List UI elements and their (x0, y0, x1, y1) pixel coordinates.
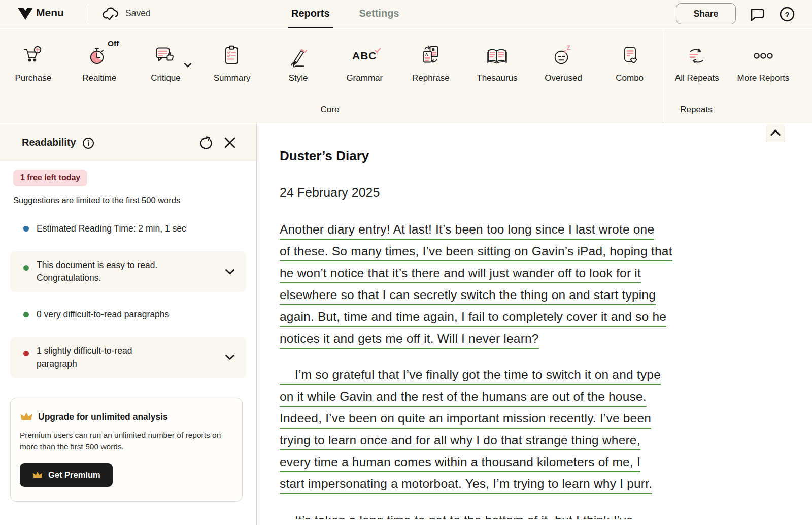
top-bar: Menu Saved Reports Settings Share ? (0, 0, 812, 28)
group-label-core: Core (321, 105, 340, 115)
document-heart-icon (618, 40, 641, 72)
crown-icon (32, 471, 43, 480)
info-icon[interactable] (82, 137, 94, 149)
readability-item-slightly-difficult[interactable]: 1 slightly difficult-to-read paragraph (10, 337, 246, 378)
app-logo-icon[interactable] (17, 7, 33, 21)
document-date[interactable]: 24 February 2025 (280, 185, 782, 200)
ribbon-item-critique[interactable]: Critique (132, 40, 199, 83)
limit-hint: Suggestions are limited to the first 500… (13, 195, 243, 205)
three-circles-icon (752, 40, 775, 72)
swap-documents-icon: B A (419, 40, 443, 72)
ribbon-item-overused[interactable]: z Z Overused (530, 40, 597, 83)
document-editor[interactable]: Duster’s Diary 24 February 2025 Another … (257, 124, 812, 525)
readability-item-reading-time: Estimated Reading Time: 2 min, 1 sec (10, 222, 246, 235)
green-dot (23, 312, 29, 317)
ribbon-item-realtime[interactable]: Off Realtime (66, 40, 133, 83)
paragraph-2[interactable]: I’m so grateful that I’ve finally got th… (280, 368, 782, 499)
paragraph-1[interactable]: Another diary entry! At last! It’s been … (280, 222, 782, 353)
rephrase-letter-a: A (425, 52, 428, 57)
green-dot (23, 265, 29, 271)
svg-text:?: ? (785, 10, 789, 19)
readability-panel-body: 1 free left today Suggestions are limite… (0, 161, 256, 502)
main-tabs: Reports Settings (288, 0, 402, 28)
upgrade-title: Upgrade for unlimited analysis (38, 412, 168, 422)
get-premium-button[interactable]: Get Premium (20, 463, 113, 487)
abc-check-icon: ABC (352, 40, 377, 72)
sleepy-face-icon: z Z (552, 40, 575, 72)
group-label-repeats: Repeats (680, 105, 712, 115)
share-button[interactable]: Share (676, 3, 736, 24)
help-icon[interactable]: ? (779, 6, 796, 23)
chevron-up-icon (770, 129, 781, 136)
cycle-arrows-icon (685, 40, 708, 72)
collapse-ribbon-tab[interactable] (766, 124, 785, 142)
readability-item-easy-to-read[interactable]: This document is easy to read. Congratul… (10, 251, 246, 292)
ribbon-item-purchase[interactable]: Purchase (0, 40, 66, 83)
tab-settings[interactable]: Settings (356, 0, 402, 28)
refresh-icon[interactable] (198, 136, 213, 150)
readability-panel-header: Readability (0, 124, 256, 161)
ribbon-item-rephrase[interactable]: B A Rephrase (398, 40, 464, 83)
ribbon-item-style[interactable]: Style (265, 40, 331, 83)
document-title[interactable]: Duster’s Diary (280, 148, 782, 164)
menu-button[interactable]: Menu (36, 7, 64, 19)
ribbon-item-more-reports[interactable]: More Reports (730, 40, 797, 83)
readability-item-very-difficult: 0 very difficult-to-read paragraphs (10, 308, 246, 321)
save-status: Saved (125, 8, 151, 19)
ribbon-divider (663, 29, 663, 123)
free-reports-badge: 1 free left today (13, 170, 87, 186)
cart-plus-icon (21, 40, 45, 72)
ribbon-item-thesaurus[interactable]: Thesaurus (464, 40, 530, 83)
readability-panel: Readability 1 free left today Sugge (0, 124, 257, 525)
cloud-saved-icon (101, 6, 120, 22)
panel-title: Readability (22, 137, 76, 148)
chevron-down-icon[interactable] (184, 62, 192, 68)
ribbon-item-summary[interactable]: Summary (199, 40, 265, 83)
blue-dot (23, 226, 29, 232)
pencil-icon (287, 40, 310, 72)
feedback-bubble-icon (154, 40, 177, 72)
report-ribbon: Purchase Off Realtime (0, 29, 812, 123)
topbar-divider (88, 5, 88, 23)
clipboard-checklist-icon (220, 40, 244, 72)
ribbon-item-all-repeats[interactable]: All Repeats (664, 40, 730, 83)
editor-surface[interactable]: Duster’s Diary 24 February 2025 Another … (280, 148, 782, 519)
chevron-down-icon[interactable] (225, 354, 235, 361)
chat-feedback-icon[interactable] (748, 6, 765, 22)
upgrade-card: Upgrade for unlimited analysis Premium u… (10, 398, 243, 502)
open-book-icon (485, 40, 509, 72)
app-window: Menu Saved Reports Settings Share ? (0, 0, 812, 525)
upgrade-description: Premium users can run an unlimited numbe… (20, 429, 228, 452)
red-dot (23, 351, 29, 356)
chevron-down-icon[interactable] (225, 269, 235, 275)
readability-results-list: Estimated Reading Time: 2 min, 1 sec Thi… (0, 222, 256, 378)
ribbon-item-grammar[interactable]: ABC Grammar (331, 40, 398, 83)
tab-reports[interactable]: Reports (288, 0, 333, 28)
realtime-off-badge: Off (108, 39, 119, 48)
close-icon[interactable] (224, 137, 236, 149)
rephrase-letter-b: B (432, 47, 435, 52)
paragraph-3-clipped[interactable]: It’s taken a long time to get to the bot… (280, 513, 782, 519)
svg-text:Z: Z (566, 44, 571, 52)
crown-icon (20, 411, 33, 422)
ribbon-item-combo[interactable]: Combo (596, 40, 663, 83)
